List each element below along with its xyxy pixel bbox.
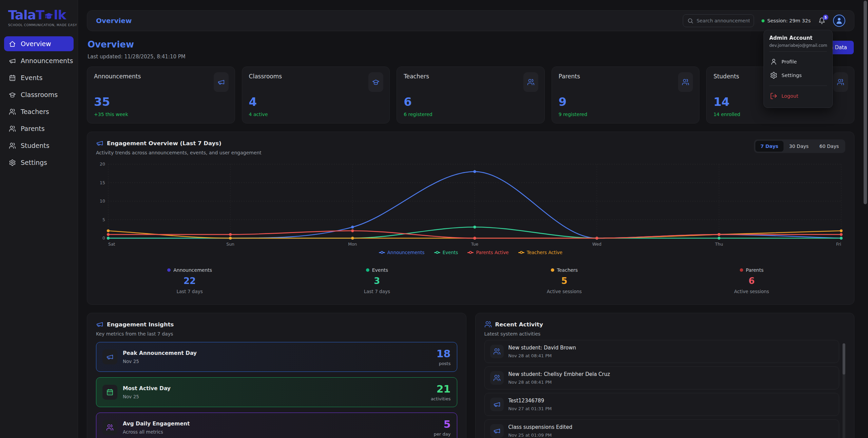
activity-item[interactable]: New student: Chellsy Embher Dela Cruz No… <box>484 366 840 389</box>
insight-most-active-day: Most Active Day Nov 25 21 activities <box>96 377 457 407</box>
sidebar-nav: Overview Announcements Events Classrooms… <box>0 36 78 170</box>
users-icon <box>484 321 492 328</box>
stat-card-parents: Parents 9 9 registered <box>552 66 700 123</box>
calendar-icon <box>102 385 117 400</box>
stat-value: 9 <box>559 95 693 109</box>
gear-icon <box>770 72 777 79</box>
stat-subtext: 6 registered <box>404 112 538 117</box>
sidebar-item-label: Events <box>21 74 42 81</box>
topbar-title: Overview <box>96 17 132 25</box>
users-icon <box>490 371 504 385</box>
brand-tagline: SCHOOL COMMUNICATION, MADE EASY <box>8 23 78 27</box>
user-avatar[interactable] <box>833 15 845 27</box>
graduation-cap-icon <box>368 72 383 92</box>
chart-legend: Announcements Events Parents Active Teac… <box>96 250 845 255</box>
svg-text:Sat: Sat <box>108 242 115 247</box>
session-indicator: Session: 29m 32s <box>761 18 811 23</box>
logout-icon <box>770 92 777 100</box>
legend-marker <box>434 252 440 253</box>
brand-logo: TalaTlk SCHOOL COMMUNICATION, MADE EASY <box>0 0 78 27</box>
summary-events: Events 3 Last 7 days <box>283 267 470 294</box>
users-icon <box>9 125 16 132</box>
window-scrollbar[interactable] <box>864 0 867 438</box>
activity-title: Recent Activity <box>484 321 846 328</box>
range-30-days[interactable]: 30 Days <box>784 141 814 152</box>
stat-value: 6 <box>404 95 538 109</box>
menu-item-settings[interactable]: Settings <box>769 69 827 82</box>
insight-peak-announcement-day: Peak Announcement Day Nov 25 18 posts <box>96 342 457 372</box>
summary-value: 22 <box>96 276 283 286</box>
svg-text:5: 5 <box>102 217 105 222</box>
legend-parents-active[interactable]: Parents Active <box>467 250 508 255</box>
sidebar-item-classrooms[interactable]: Classrooms <box>4 87 74 102</box>
summary-value: 3 <box>283 276 470 286</box>
topbar-controls: Session: 29m 32s 5 <box>683 14 845 27</box>
sidebar-item-events[interactable]: Events <box>4 70 74 85</box>
activity-item[interactable]: New student: David Brown Nov 28 at 08:41… <box>484 340 840 363</box>
svg-text:15: 15 <box>100 180 105 185</box>
range-7-days[interactable]: 7 Days <box>755 141 784 152</box>
search-input[interactable] <box>697 18 750 23</box>
users-icon <box>833 72 848 92</box>
user-menu-name: Admin Account <box>769 35 827 41</box>
person-icon <box>770 58 777 65</box>
topbar: Overview Session: 29m 32s 5 <box>87 10 854 31</box>
divider <box>769 85 827 86</box>
users-icon <box>678 72 693 92</box>
notifications-button[interactable]: 5 <box>818 17 826 24</box>
engagement-chart: 05101520SatSunMonTueWedThuFri <box>96 161 845 248</box>
legend-announcements[interactable]: Announcements <box>379 250 425 255</box>
window-scrollbar-thumb[interactable] <box>864 1 867 204</box>
sidebar-item-announcements[interactable]: Announcements <box>4 53 74 68</box>
menu-item-logout[interactable]: Logout <box>769 89 827 103</box>
megaphone-icon <box>9 57 16 64</box>
range-60-days[interactable]: 60 Days <box>814 141 844 152</box>
main-content: Overview Session: 29m 32s 5 Overview Las… <box>78 0 868 438</box>
menu-item-profile[interactable]: Profile <box>769 55 827 69</box>
session-label: Session: 29m 32s <box>767 18 811 23</box>
sidebar-item-students[interactable]: Students <box>4 138 74 153</box>
sidebar-item-parents[interactable]: Parents <box>4 121 74 136</box>
sidebar-item-label: Teachers <box>21 108 49 115</box>
activity-scrollbar-thumb[interactable] <box>843 343 845 375</box>
stat-value: 35 <box>94 95 228 109</box>
svg-text:10: 10 <box>100 198 105 204</box>
sidebar-item-settings[interactable]: Settings <box>4 155 74 170</box>
legend-marker <box>467 252 474 253</box>
summary-dot <box>740 268 743 272</box>
recent-activity-card: Recent Activity Latest system activities… <box>475 313 855 438</box>
svg-text:Sun: Sun <box>226 242 234 247</box>
stat-value: 4 <box>249 95 383 109</box>
brand-name: TalaTlk <box>8 7 78 22</box>
activity-item[interactable]: Test12346789 Nov 27 at 01:31 PM <box>484 393 840 416</box>
graduation-cap-icon <box>9 91 16 98</box>
stat-subtext: 4 active <box>249 112 383 117</box>
svg-text:0: 0 <box>102 235 105 241</box>
megaphone-icon <box>490 424 504 438</box>
search-box[interactable] <box>683 14 754 27</box>
sidebar: TalaTlk SCHOOL COMMUNICATION, MADE EASY … <box>0 0 78 438</box>
insight-value: 5 <box>434 418 451 430</box>
engagement-overview-card: Engagement Overview (Last 7 Days) Activi… <box>87 132 854 305</box>
stat-subtext: 14 enrolled <box>713 112 847 117</box>
users-icon <box>523 72 538 92</box>
user-menu: Admin Account dev.jomariabejo@gmail.com … <box>764 30 833 108</box>
activity-scrollbar[interactable] <box>843 343 845 438</box>
sidebar-item-teachers[interactable]: Teachers <box>4 104 74 119</box>
svg-text:Tue: Tue <box>471 242 479 247</box>
time-range-switch: 7 Days 30 Days 60 Days <box>754 139 845 153</box>
bottom-section: Engagement Insights Key metrics from the… <box>87 313 854 438</box>
summary-dot <box>551 268 554 272</box>
legend-teachers-active[interactable]: Teachers Active <box>518 250 562 255</box>
insight-avg-daily-engagement: Avg Daily Engagement Across all metrics … <box>96 413 457 438</box>
chart-card-title: Engagement Overview (Last 7 Days) <box>96 139 262 147</box>
stat-subtext: +35 this week <box>94 112 228 117</box>
activity-item[interactable]: Class suspensions Edited Nov 25 at 01:09… <box>484 419 840 438</box>
stat-cards: Announcements 35 +35 this week Classroom… <box>87 66 854 123</box>
divider <box>769 51 827 52</box>
svg-text:Wed: Wed <box>592 242 601 247</box>
sidebar-item-overview[interactable]: Overview <box>4 36 74 51</box>
session-status-dot <box>761 19 765 22</box>
legend-events[interactable]: Events <box>434 250 458 255</box>
summary-announcements: Announcements 22 Last 7 days <box>96 267 283 294</box>
